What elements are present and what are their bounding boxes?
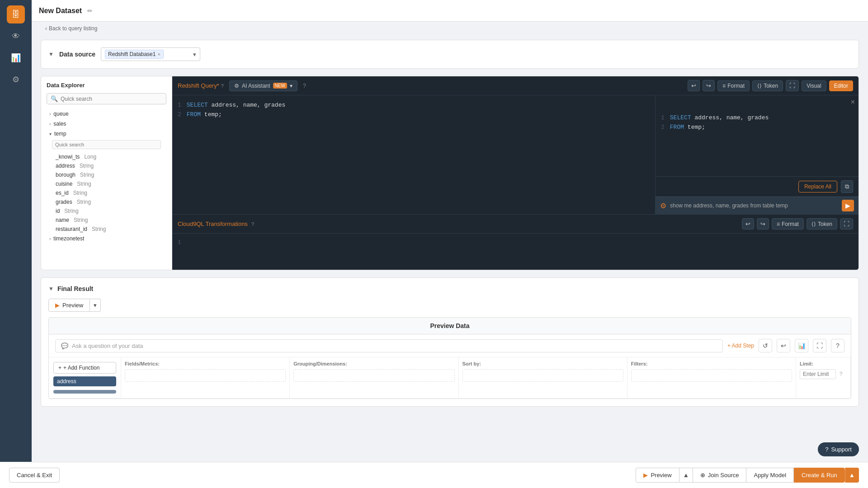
grouping-drop-zone[interactable]: [293, 369, 454, 382]
edit-icon[interactable]: ✏: [87, 7, 93, 14]
tag-close-icon[interactable]: ×: [157, 52, 160, 57]
preview-bar-chevron-button[interactable]: ▲: [679, 468, 693, 483]
fields-metrics-col: Fields/Metrics:: [121, 357, 290, 398]
expand-icon-button[interactable]: ⛶: [813, 339, 826, 352]
limit-input[interactable]: [800, 369, 836, 379]
field-knowi-ts[interactable]: _knowi_ts Long: [47, 152, 166, 161]
select-arrow-icon: ▾: [193, 51, 196, 58]
preview-dropdown-button[interactable]: ▾: [90, 299, 101, 312]
sidebar-eye-icon[interactable]: 👁: [7, 27, 25, 45]
field-tag-address[interactable]: address: [53, 376, 116, 386]
sub-search-input[interactable]: [52, 140, 161, 149]
chart-icon-button[interactable]: 📊: [795, 339, 808, 352]
field-borough[interactable]: borough String: [47, 170, 166, 179]
quick-search-input[interactable]: [61, 96, 162, 102]
support-button[interactable]: ? Support: [818, 442, 859, 456]
sortby-col: Sort by:: [459, 357, 627, 398]
field-tag-second[interactable]: [53, 390, 116, 394]
undo-button[interactable]: ↩: [688, 80, 700, 91]
field-name[interactable]: name String: [47, 216, 166, 225]
ai-prompt-icon: ⚙: [660, 202, 666, 210]
left-sidebar: 🗄 👁 📊 ⚙: [0, 0, 32, 488]
filters-drop-zone[interactable]: [631, 369, 792, 382]
fields-drop-zone[interactable]: [125, 369, 286, 382]
redo-button[interactable]: ↪: [703, 80, 715, 91]
tree-item-timezonetest[interactable]: › timezonetest: [47, 234, 166, 244]
right-panel-header: ×: [656, 95, 859, 109]
field-es-id[interactable]: es_id String: [47, 188, 166, 197]
transform-help-icon[interactable]: ?: [251, 221, 254, 227]
transform-editor[interactable]: 1: [172, 234, 859, 270]
final-result-chevron[interactable]: ▼: [48, 286, 54, 292]
token-icon: ⟨⟩: [757, 83, 762, 89]
transform-format-button[interactable]: ≡ Format: [772, 218, 804, 230]
data-source-label: Data source: [59, 51, 95, 58]
add-function-button[interactable]: + + Add Function: [53, 362, 116, 374]
final-result-section: ▼ Final Result ▶ Preview ▾ Preview Data …: [41, 277, 859, 407]
cancel-exit-button[interactable]: Cancel & Exit: [9, 468, 60, 483]
transform-redo-button[interactable]: ↪: [757, 218, 769, 230]
sortby-drop-zone[interactable]: [462, 369, 623, 382]
right-panel-code: 1SELECT address, name, grades 2FROM temp…: [656, 109, 859, 176]
query-editor-left[interactable]: 1SELECT address, name, grades 2FROM temp…: [172, 95, 655, 214]
data-source-select[interactable]: Redshift Database1 × ▾: [101, 47, 200, 61]
preview-button[interactable]: ▶ Preview: [48, 299, 90, 312]
create-run-chevron-button[interactable]: ▲: [845, 468, 859, 483]
ai-question-icon: 💬: [61, 343, 68, 349]
quick-search-bar[interactable]: 🔍: [47, 93, 166, 104]
back-arrow-icon: ‹: [45, 25, 47, 32]
apply-model-button[interactable]: Apply Model: [746, 468, 794, 483]
filters-header: Filters:: [631, 361, 792, 366]
ai-assistant-button[interactable]: ⚙ AI Assistant NEW ▾: [229, 80, 297, 91]
create-run-button[interactable]: Create & Run: [794, 468, 845, 483]
format-icon: ≡: [722, 83, 726, 89]
field-id[interactable]: id String: [47, 206, 166, 216]
query-help-icon2[interactable]: ?: [303, 83, 306, 89]
query-help-icon[interactable]: ?: [221, 83, 224, 89]
tree-item-queue[interactable]: › queue: [47, 109, 166, 119]
ai-send-button[interactable]: ▶: [842, 200, 854, 211]
token-button[interactable]: ⟨⟩ Token: [752, 80, 783, 91]
transform-token-button[interactable]: ⟨⟩ Token: [807, 218, 837, 230]
ai-prompt-row: ⚙ show me address, name, grades from tab…: [656, 197, 859, 214]
field-restaurant-id[interactable]: restaurant_id String: [47, 225, 166, 234]
undo-icon-button[interactable]: ↩: [777, 339, 790, 352]
ai-question-input[interactable]: 💬 Ask a question of your data: [55, 339, 723, 352]
transform-format-icon: ≡: [777, 221, 780, 227]
reset-icon-button[interactable]: ↺: [759, 339, 772, 352]
limit-help-icon[interactable]: ?: [840, 371, 843, 377]
visual-button[interactable]: Visual: [802, 80, 826, 91]
field-cuisine[interactable]: cuisine String: [47, 179, 166, 188]
field-grades[interactable]: grades String: [47, 197, 166, 206]
transform-expand-button[interactable]: ⛶: [840, 218, 853, 230]
transform-token-icon: ⟨⟩: [811, 221, 816, 227]
ai-icon: ⚙: [234, 83, 239, 89]
format-button[interactable]: ≡ Format: [717, 80, 750, 91]
transform-actions: ↩ ↪ ≡ Format ⟨⟩ Token ⛶: [742, 218, 853, 230]
help-icon-button[interactable]: ?: [831, 339, 844, 352]
sidebar-gear-icon[interactable]: ⚙: [7, 70, 25, 89]
copy-button[interactable]: ⧉: [841, 180, 853, 193]
transform-undo-button[interactable]: ↩: [742, 218, 754, 230]
right-panel-close[interactable]: ×: [851, 98, 855, 106]
join-source-button[interactable]: ⊕ Join Source: [693, 468, 747, 483]
sidebar-chart-icon[interactable]: 📊: [7, 49, 25, 67]
replace-all-button[interactable]: Replace All: [798, 181, 837, 192]
data-source-chevron[interactable]: ▼: [48, 51, 54, 57]
tree-item-sales[interactable]: › sales: [47, 119, 166, 129]
sidebar-database-icon[interactable]: 🗄: [7, 5, 25, 23]
editor-button[interactable]: Editor: [829, 80, 853, 91]
tree-item-temp[interactable]: ▾ temp: [47, 129, 166, 139]
query-panel: Redshift Query* ? ⚙ AI Assistant NEW ▾ ?…: [172, 76, 859, 270]
preview-bar-button[interactable]: ▶ Preview: [636, 468, 679, 483]
support-icon: ?: [825, 446, 828, 453]
field-address[interactable]: address String: [47, 161, 166, 170]
query-editor-split: 1SELECT address, name, grades 2FROM temp…: [172, 95, 859, 214]
expand-button[interactable]: ⛶: [786, 80, 799, 91]
play-icon: ▶: [55, 302, 60, 309]
fields-metrics-header: Fields/Metrics:: [125, 361, 286, 366]
transform-tab-bar: Cloud9QL Transformations ? ↩ ↪ ≡ Format: [172, 215, 859, 234]
add-step-button[interactable]: + Add Step: [727, 343, 754, 349]
sub-search-bar[interactable]: [47, 139, 166, 150]
back-link[interactable]: ‹ Back to query listing: [45, 25, 97, 32]
